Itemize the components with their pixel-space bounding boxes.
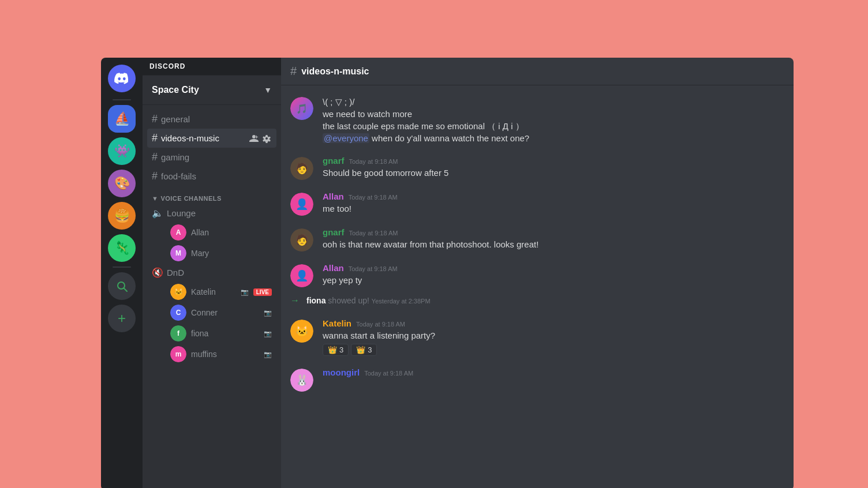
add-server-button[interactable]: +	[108, 305, 136, 332]
voice-user-avatar: A	[170, 224, 186, 241]
voice-user-katelin[interactable]: 🐱 Katelin 📷 LIVE	[166, 281, 276, 302]
channel-hash-icon: #	[152, 170, 158, 182]
voice-user-fiona[interactable]: f fiona 📷	[166, 323, 276, 344]
video-camera-icon: 📷	[264, 351, 272, 358]
voice-user-avatar: f	[170, 325, 186, 341]
channel-name: Lounge	[167, 208, 196, 218]
message-username[interactable]: Allan	[323, 263, 344, 273]
svg-line-1	[124, 288, 127, 291]
voice-user-name: Katelin	[191, 287, 236, 296]
message-username[interactable]: Allan	[323, 192, 344, 201]
system-action: showed up!	[328, 296, 372, 305]
system-message-text: fiona showed up! Yesterday at 2:38PM	[306, 296, 431, 305]
message-avatar: 🐰	[290, 369, 313, 392]
server-icon-alien[interactable]: 👾	[108, 137, 136, 165]
message-header: gnarf Today at 9:18 AM	[323, 227, 784, 237]
message-header: moongirl Today at 9:18 AM	[323, 367, 784, 377]
reaction-emoji: 👑	[328, 346, 337, 354]
message-username[interactable]: gnarf	[323, 227, 345, 237]
voice-user-muffins[interactable]: m muffins 📷	[166, 344, 276, 365]
message-content: Katelin Today at 9:18 AM wanna start a l…	[323, 318, 784, 356]
channel-item-dnd[interactable]: 🔇 DnD	[147, 264, 276, 281]
channel-name: food-fails	[161, 171, 196, 181]
channel-hash-icon: #	[152, 132, 158, 144]
server-dropdown-arrow: ▼	[264, 85, 272, 95]
channel-list: # general # videos-n-music	[143, 105, 281, 488]
reactions: 👑 3 👑 3	[323, 344, 784, 356]
message-username[interactable]: gnarf	[323, 156, 345, 166]
voice-user-name: Allan	[191, 228, 272, 237]
mention-everyone: @everyone	[323, 133, 369, 143]
message-username[interactable]: moongirl	[323, 367, 360, 377]
message-avatar: 👤	[290, 193, 313, 216]
dnd-users: 🐱 Katelin 📷 LIVE C Conner 📷 f	[143, 281, 281, 365]
message-content: \( ; ▽ ; )/ we need to watch more the la…	[323, 96, 784, 144]
message-timestamp: Today at 9:18 AM	[364, 370, 413, 377]
message-timestamp: Today at 9:18 AM	[349, 158, 398, 165]
channel-sidebar: DISCORD Space City ▼ # general # videos-…	[143, 58, 281, 488]
speaker-icon: 🔈	[152, 208, 163, 219]
channel-item-gaming[interactable]: # gaming	[147, 148, 276, 167]
category-collapse-icon: ▼	[152, 195, 158, 202]
server-icon-art[interactable]: 🎨	[108, 170, 136, 197]
message-avatar: 🎵	[290, 97, 313, 120]
message-text: me too!	[323, 202, 784, 215]
chat-area: # videos-n-music 🎵 \( ; ▽ ; )/ we need t…	[281, 58, 794, 488]
server-divider-2	[113, 266, 131, 268]
live-badge: LIVE	[253, 288, 272, 296]
channel-item-videos-n-music[interactable]: # videos-n-music	[147, 129, 276, 148]
message-content: gnarf Today at 9:18 AM Should be good to…	[323, 156, 784, 180]
message-username[interactable]: Katelin	[323, 318, 351, 328]
voice-user-name: muffins	[191, 350, 259, 359]
server-icon-sailboat[interactable]: ⛵	[108, 105, 136, 133]
voice-user-allan[interactable]: A Allan	[166, 222, 276, 243]
message-timestamp: Today at 9:18 AM	[356, 321, 405, 328]
channel-action-icons	[249, 133, 272, 144]
message-group-moongirl: 🐰 moongirl Today at 9:18 AM	[281, 366, 794, 393]
voice-channels-category[interactable]: ▼ VOICE CHANNELS	[143, 186, 281, 204]
message-text: yep yep ty	[323, 274, 784, 286]
voice-user-name: Conner	[191, 308, 259, 317]
channel-name: gaming	[161, 152, 189, 162]
reaction-crown-1[interactable]: 👑 3	[323, 344, 349, 356]
voice-user-mary[interactable]: M Mary	[166, 243, 276, 264]
reaction-crown-2[interactable]: 👑 3	[351, 344, 377, 356]
video-camera-icon: 📷	[241, 288, 249, 296]
server-icon-creature[interactable]: 🦎	[108, 234, 136, 262]
add-member-icon[interactable]	[249, 133, 259, 144]
message-header: Katelin Today at 9:18 AM	[323, 318, 784, 328]
channel-name: DnD	[167, 268, 184, 277]
chat-header: # videos-n-music	[281, 58, 794, 85]
discord-home-button[interactable]	[108, 65, 136, 92]
server-header[interactable]: Space City ▼	[143, 76, 281, 105]
voice-user-name: fiona	[191, 329, 259, 338]
message-content: gnarf Today at 9:18 AM ooh is that new a…	[323, 227, 784, 251]
settings-icon[interactable]	[261, 133, 272, 144]
system-timestamp: Yesterday at 2:38PM	[372, 298, 431, 305]
channel-item-general[interactable]: # general	[147, 110, 276, 129]
join-arrow-icon: →	[290, 295, 300, 306]
message-group-allan-1: 👤 Allan Today at 9:18 AM me too!	[281, 190, 794, 217]
message-timestamp: Today at 9:18 AM	[349, 265, 398, 272]
message-group-allan-2: 👤 Allan Today at 9:18 AM yep yep ty	[281, 262, 794, 288]
message-text: ooh is that new avatar from that photosh…	[323, 238, 784, 250]
server-icon-food[interactable]: 🍔	[108, 202, 136, 230]
muted-speaker-icon: 🔇	[152, 267, 163, 278]
message-line-1: we need to watch more	[323, 108, 784, 120]
chat-header-hash: #	[290, 65, 297, 78]
server-divider	[113, 99, 131, 100]
system-message-fiona: → fiona showed up! Yesterday at 2:38PM	[281, 293, 794, 308]
discover-servers-button[interactable]	[108, 272, 136, 300]
message-text: Should be good tomorrow after 5	[323, 167, 784, 179]
system-username[interactable]: fiona	[306, 296, 326, 305]
message-timestamp: Today at 9:18 AM	[349, 230, 398, 237]
message-group-katelin: 🐱 Katelin Today at 9:18 AM wanna start a…	[281, 317, 794, 357]
server-name: Space City	[152, 85, 199, 95]
channel-item-lounge[interactable]: 🔈 Lounge	[147, 204, 276, 222]
message-content: Allan Today at 9:18 AM yep yep ty	[323, 263, 784, 287]
message-content: Allan Today at 9:18 AM me too!	[323, 192, 784, 216]
voice-user-conner[interactable]: C Conner 📷	[166, 302, 276, 323]
channel-name: videos-n-music	[161, 133, 219, 143]
channel-item-food-fails[interactable]: # food-fails	[147, 167, 276, 186]
message-line-3: @everyone when do y'all wanna watch the …	[323, 132, 784, 144]
